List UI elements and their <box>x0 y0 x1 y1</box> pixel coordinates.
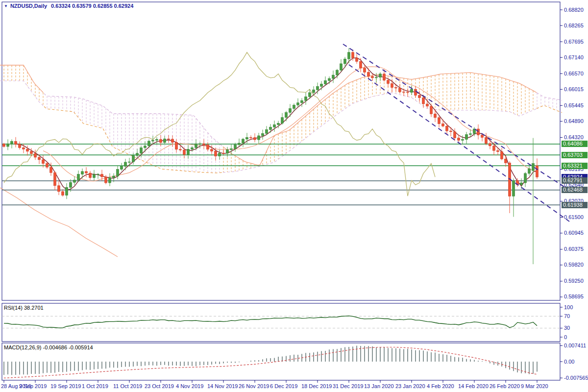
candle-body[interactable] <box>273 124 276 127</box>
candle-body[interactable] <box>262 133 264 136</box>
candle-body[interactable] <box>364 68 366 73</box>
candle-body[interactable] <box>289 109 292 113</box>
candle-body[interactable] <box>97 174 99 175</box>
price-level-label-gray[interactable]: 0.62468 <box>562 187 588 193</box>
candle-body[interactable] <box>258 136 260 140</box>
candle-body[interactable] <box>383 74 386 80</box>
candle-body[interactable] <box>458 138 460 141</box>
candle-body[interactable] <box>277 123 280 125</box>
candle-body[interactable] <box>156 140 158 141</box>
candle-body[interactable] <box>11 142 13 144</box>
price-level-label-gray[interactable]: 0.61938 <box>562 202 588 208</box>
candle-body[interactable] <box>426 104 429 106</box>
candle-body[interactable] <box>434 114 437 118</box>
candle-body[interactable] <box>183 150 186 154</box>
candle-body[interactable] <box>481 135 484 138</box>
candle-body[interactable] <box>132 156 135 162</box>
candle-body[interactable] <box>85 172 88 173</box>
price-level-label-gray[interactable]: 0.62791 <box>562 177 588 184</box>
descending-trendline[interactable] <box>349 65 569 221</box>
candle-body[interactable] <box>418 96 421 98</box>
candle-body[interactable] <box>246 137 248 139</box>
candle-body[interactable] <box>168 139 170 139</box>
candle-body[interactable] <box>360 61 362 68</box>
candle-body[interactable] <box>493 146 495 150</box>
candle-body[interactable] <box>387 80 390 84</box>
candle-body[interactable] <box>422 98 425 104</box>
candle-body[interactable] <box>450 131 452 132</box>
candle-body[interactable] <box>23 147 25 149</box>
candle-body[interactable] <box>520 183 523 185</box>
candle-body[interactable] <box>113 176 115 177</box>
symbol-dropdown-icon[interactable]: ▼ <box>4 4 8 8</box>
candle-body[interactable] <box>462 139 464 140</box>
candle-body[interactable] <box>46 164 49 167</box>
candle-body[interactable] <box>301 100 303 103</box>
candle-body[interactable] <box>505 159 507 163</box>
candle-body[interactable] <box>136 153 139 156</box>
candle-body[interactable] <box>324 81 327 84</box>
candle-body[interactable] <box>371 76 374 78</box>
candle-body[interactable] <box>395 87 397 88</box>
candle-body[interactable] <box>297 103 299 105</box>
candle-body[interactable] <box>93 174 96 178</box>
candle-body[interactable] <box>66 187 68 195</box>
candle-body[interactable] <box>175 142 178 149</box>
candle-body[interactable] <box>501 151 503 159</box>
candle-body[interactable] <box>54 172 56 186</box>
candle-body[interactable] <box>356 58 358 61</box>
candle-body[interactable] <box>328 78 331 81</box>
candle-body[interactable] <box>524 173 527 183</box>
candle-body[interactable] <box>336 70 339 75</box>
candle-body[interactable] <box>411 89 413 93</box>
price-level-label-green[interactable]: 0.64086 <box>562 141 588 147</box>
candle-body[interactable] <box>352 52 354 58</box>
candle-body[interactable] <box>38 157 41 160</box>
candle-body[interactable] <box>42 160 45 164</box>
candle-body[interactable] <box>152 140 154 141</box>
candle-body[interactable] <box>58 186 60 192</box>
candle-body[interactable] <box>62 192 64 196</box>
candle-body[interactable] <box>293 105 295 108</box>
candle-body[interactable] <box>15 142 17 145</box>
candle-body[interactable] <box>446 126 448 131</box>
candle-body[interactable] <box>74 180 76 182</box>
candle-body[interactable] <box>140 147 143 153</box>
candle-body[interactable] <box>442 124 444 126</box>
candle-body[interactable] <box>19 144 21 147</box>
candle-body[interactable] <box>148 141 150 146</box>
candle-body[interactable] <box>403 92 405 92</box>
candle-body[interactable] <box>285 113 288 118</box>
candle-body[interactable] <box>234 145 237 148</box>
candle-body[interactable] <box>89 173 92 177</box>
candle-body[interactable] <box>477 129 480 135</box>
price-chart-svg[interactable] <box>0 0 588 392</box>
candle-body[interactable] <box>81 172 84 174</box>
descending-trendline[interactable] <box>343 44 569 190</box>
candle-body[interactable] <box>317 86 319 90</box>
price-level-label-green[interactable]: 0.63321 <box>562 163 588 169</box>
candle-body[interactable] <box>109 177 111 183</box>
candle-body[interactable] <box>121 166 123 169</box>
candle-body[interactable] <box>309 93 311 97</box>
candle-body[interactable] <box>399 88 401 92</box>
candle-body[interactable] <box>250 137 252 138</box>
candle-body[interactable] <box>348 52 350 59</box>
candle-body[interactable] <box>230 149 233 150</box>
candle-body[interactable] <box>532 164 535 171</box>
candle-body[interactable] <box>270 127 272 130</box>
candle-body[interactable] <box>195 144 197 148</box>
candle-body[interactable] <box>160 140 162 143</box>
candle-body[interactable] <box>266 130 268 134</box>
candle-body[interactable] <box>485 137 488 143</box>
candle-body[interactable] <box>179 149 182 150</box>
candle-body[interactable] <box>124 162 127 167</box>
candle-body[interactable] <box>207 145 209 149</box>
candle-body[interactable] <box>203 144 205 145</box>
candle-body[interactable] <box>215 151 217 156</box>
candle-body[interactable] <box>70 182 72 187</box>
candle-body[interactable] <box>3 144 5 147</box>
candle-body[interactable] <box>254 138 256 140</box>
candle-body[interactable] <box>454 132 456 138</box>
candle-body[interactable] <box>391 83 393 87</box>
